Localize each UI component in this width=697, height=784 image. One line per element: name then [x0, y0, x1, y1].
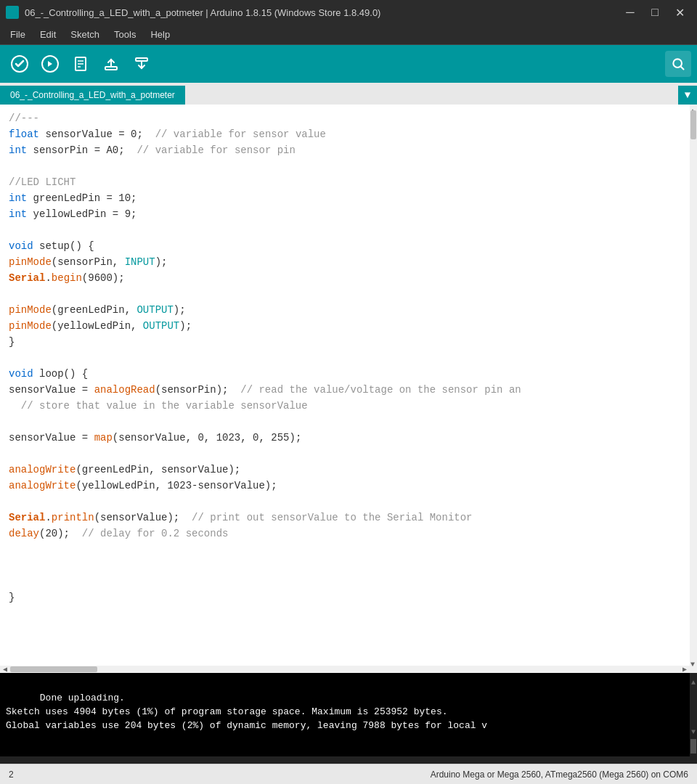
active-tab[interactable]: 06_-_Controlling_a_LED_with_a_potmeter [0, 86, 185, 105]
kw-int-3: int [9, 208, 27, 220]
svg-line-11 [681, 67, 684, 70]
kw-int-2: int [9, 192, 27, 204]
new-button[interactable] [67, 50, 94, 78]
vscroll-down-btn[interactable]: ▼ [690, 660, 696, 670]
console-line1: Done uploading. [40, 693, 125, 703]
fn-analogwrite-2: analogWrite [9, 480, 76, 491]
editor-main: //--- float sensorValue = 0; // variable… [0, 105, 690, 673]
menubar: File Edit Sketch Tools Help [0, 25, 697, 45]
minimize-button[interactable]: ─ [619, 1, 642, 23]
verify-button[interactable] [6, 50, 33, 78]
save-button[interactable] [128, 50, 155, 78]
line-number: 2 [9, 769, 14, 780]
console-vscroll-thumb[interactable] [690, 739, 696, 754]
console-vscroll[interactable]: ▲ ▼ [690, 673, 697, 756]
maximize-button[interactable]: □ [643, 1, 667, 23]
console-hscroll[interactable] [0, 756, 697, 764]
search-button[interactable] [665, 51, 691, 77]
console-vscroll-down[interactable]: ▼ [690, 725, 696, 739]
kw-int-1: int [9, 144, 27, 156]
arduino-icon [6, 6, 19, 19]
tabs: 06_-_Controlling_a_LED_with_a_potmeter ▼ [0, 83, 697, 105]
svg-rect-9 [136, 58, 147, 61]
toolbar [0, 45, 697, 83]
console-text: Done uploading. Sketch uses 4904 bytes (… [0, 673, 690, 756]
console-line3: Global variables use 204 bytes (2%) of d… [6, 720, 487, 731]
fn-pinmode-3: pinMode [9, 320, 52, 332]
code-comment-1: //--- [9, 113, 39, 124]
titlebar-title: 06_-_Controlling_a_LED_with_a_potmeter |… [25, 7, 380, 18]
fn-pinmode-2: pinMode [9, 304, 52, 316]
fn-analogwrite-1: analogWrite [9, 464, 76, 475]
console-line2: Sketch uses 4904 bytes (1%) of program s… [6, 706, 448, 717]
tabs-dropdown[interactable]: ▼ [678, 86, 697, 105]
menu-sketch[interactable]: Sketch [63, 26, 107, 43]
editor-scroll[interactable]: //--- float sensorValue = 0; // variable… [0, 105, 690, 666]
console: Done uploading. Sketch uses 4904 bytes (… [0, 673, 697, 756]
editor-container: //--- float sensorValue = 0; // variable… [0, 105, 697, 673]
hscroll-left-btn[interactable]: ◀ [0, 665, 10, 673]
menu-file[interactable]: File [3, 26, 33, 43]
vscroll-thumb[interactable] [690, 110, 696, 139]
fn-delay: delay [9, 528, 39, 539]
menu-tools[interactable]: Tools [107, 26, 143, 43]
hscroll-right-btn[interactable]: ▶ [680, 665, 690, 673]
editor-content[interactable]: //--- float sensorValue = 0; // variable… [0, 110, 690, 605]
hscroll-thumb[interactable] [10, 666, 97, 672]
statusbar: 2 Arduino Mega or Mega 2560, ATmega2560 … [0, 764, 697, 784]
vscroll[interactable]: ▲ ▼ [690, 105, 697, 673]
menu-edit[interactable]: Edit [33, 26, 63, 43]
close-button[interactable]: ✕ [668, 1, 691, 23]
kw-void-2: void [9, 368, 33, 380]
fn-analogread: analogRead [94, 384, 155, 396]
kw-void-1: void [9, 240, 33, 252]
fn-serial-println: Serial [9, 512, 45, 523]
menu-help[interactable]: Help [143, 26, 177, 43]
hscroll-bar: ◀ ▶ [0, 666, 690, 673]
svg-rect-7 [105, 67, 117, 70]
open-button[interactable] [97, 50, 125, 78]
titlebar-left: 06_-_Controlling_a_LED_with_a_potmeter |… [6, 6, 380, 19]
hscroll-track[interactable] [10, 666, 680, 672]
titlebar-controls: ─ □ ✕ [619, 1, 691, 23]
kw-float: float [9, 128, 39, 140]
titlebar: 06_-_Controlling_a_LED_with_a_potmeter |… [0, 0, 697, 25]
board-info: Arduino Mega or Mega 2560, ATmega2560 (M… [431, 769, 688, 780]
upload-button[interactable] [36, 50, 64, 78]
fn-map: map [94, 432, 113, 444]
console-vscroll-up[interactable]: ▲ [690, 676, 696, 690]
fn-serial: Serial [9, 272, 45, 284]
fn-pinmode-1: pinMode [9, 256, 52, 268]
